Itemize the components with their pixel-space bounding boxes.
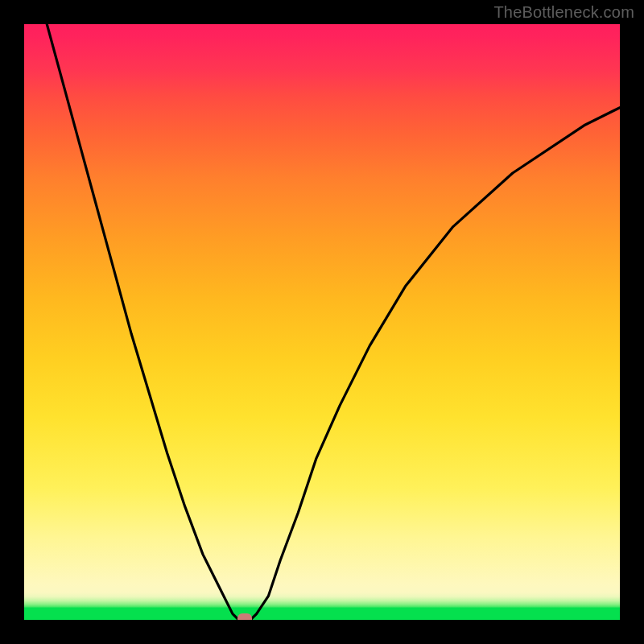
optimum-marker	[237, 613, 252, 620]
watermark-text: TheBottleneck.com	[493, 3, 634, 22]
bottleneck-curve	[24, 24, 620, 620]
chart-container: TheBottleneck.com	[0, 0, 644, 644]
curve-svg	[24, 24, 620, 620]
plot-area	[24, 24, 620, 620]
